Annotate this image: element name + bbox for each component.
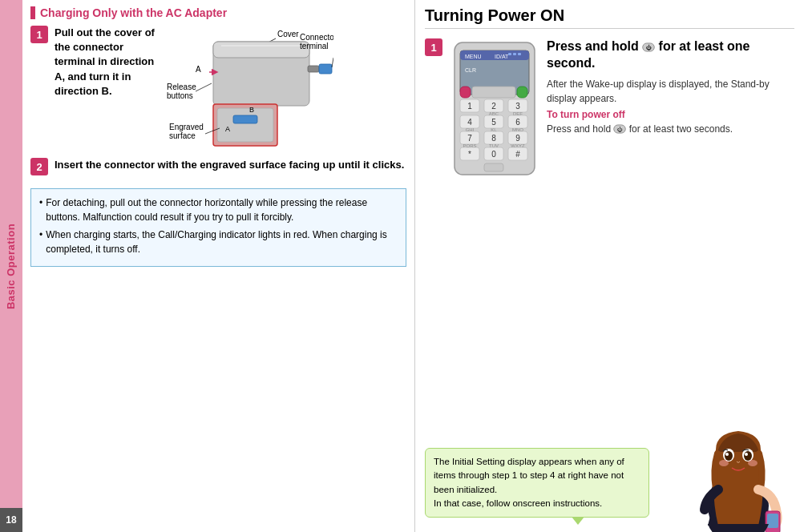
svg-text:⏻: ⏻ bbox=[646, 44, 652, 50]
svg-text:9: 9 bbox=[515, 134, 520, 143]
svg-point-83 bbox=[744, 451, 752, 461]
character-illustration bbox=[682, 365, 794, 526]
bullet-2: • bbox=[39, 228, 42, 256]
svg-point-82 bbox=[725, 451, 733, 461]
svg-text:terminal: terminal bbox=[300, 42, 329, 50]
page-number-area: 18 bbox=[0, 508, 22, 532]
svg-rect-20 bbox=[233, 115, 257, 123]
svg-text:surface: surface bbox=[169, 131, 196, 140]
speech-bubble-text: The Initial Setting display appears when… bbox=[434, 457, 624, 508]
right-step-1: 1 MENU ID/AT CLR bbox=[425, 38, 794, 181]
svg-text:5: 5 bbox=[491, 118, 496, 127]
right-section-title: Turning Power ON bbox=[425, 6, 794, 29]
bubble-tail bbox=[572, 517, 584, 525]
note-2-text: When charging starts, the Call/Charging … bbox=[46, 228, 398, 256]
svg-rect-67 bbox=[517, 87, 527, 98]
svg-text:CLR: CLR bbox=[465, 67, 476, 73]
svg-rect-68 bbox=[484, 163, 503, 171]
cover-label: Cover bbox=[277, 30, 299, 38]
svg-rect-9 bbox=[319, 64, 332, 74]
step-1-text: Pull out the cover of the connector term… bbox=[55, 26, 159, 99]
step-2-text: Insert the connector with the engraved s… bbox=[55, 158, 404, 175]
svg-text:7: 7 bbox=[467, 134, 472, 143]
svg-text:0: 0 bbox=[491, 150, 496, 159]
turn-power-off-text: Press and hold ⏻ for at least two second… bbox=[547, 122, 794, 136]
columns: Charging Only with the AC Adapter 1 Pull… bbox=[22, 0, 804, 532]
svg-point-85 bbox=[745, 453, 748, 456]
svg-text:Connector: Connector bbox=[300, 33, 333, 42]
note-1: • For detaching, pull out the connector … bbox=[39, 195, 398, 224]
main-content: Charging Only with the AC Adapter 1 Pull… bbox=[22, 0, 804, 532]
right-column: Turning Power ON 1 MENU ID/AT bbox=[415, 0, 804, 532]
svg-text:⏻: ⏻ bbox=[617, 127, 623, 132]
note-1-text: For detaching, pull out the connector ho… bbox=[46, 195, 398, 224]
svg-text:buttons: buttons bbox=[167, 91, 193, 100]
svg-point-86 bbox=[719, 460, 729, 466]
speech-bubble: The Initial Setting display appears when… bbox=[425, 448, 649, 518]
step-1-content: Pull out the cover of the connector term… bbox=[55, 26, 325, 150]
svg-point-87 bbox=[748, 460, 758, 466]
svg-text:3: 3 bbox=[515, 102, 520, 111]
power-button-icon: ⏻ bbox=[642, 42, 655, 53]
svg-text:4: 4 bbox=[467, 118, 472, 127]
character-area: The Initial Setting display appears when… bbox=[425, 365, 794, 526]
svg-rect-90 bbox=[767, 514, 778, 528]
svg-text:A: A bbox=[196, 65, 201, 74]
svg-rect-65 bbox=[472, 87, 515, 98]
connector-diagram: Cover A bbox=[165, 26, 325, 150]
note-2: • When charging starts, the Call/Chargin… bbox=[39, 228, 398, 256]
phone-svg: MENU ID/AT CLR 1 2 AB bbox=[450, 38, 539, 179]
svg-text:MENU: MENU bbox=[465, 54, 482, 59]
character-svg bbox=[682, 365, 794, 532]
step-2: 2 Insert the connector with the engraved… bbox=[30, 158, 406, 175]
svg-rect-66 bbox=[460, 87, 471, 98]
svg-text:ID/AT: ID/AT bbox=[495, 54, 509, 59]
svg-rect-2 bbox=[213, 42, 309, 58]
power-button-icon-2: ⏻ bbox=[613, 123, 626, 135]
left-section-title: Charging Only with the AC Adapter bbox=[30, 6, 406, 19]
svg-text:#: # bbox=[515, 150, 520, 159]
right-step-1-number: 1 bbox=[425, 38, 442, 56]
svg-rect-30 bbox=[508, 53, 511, 55]
page-number: 18 bbox=[6, 514, 16, 526]
svg-text:1: 1 bbox=[467, 102, 472, 111]
svg-text:Release: Release bbox=[167, 83, 196, 91]
ac-adapter-svg: Cover A bbox=[165, 26, 333, 154]
svg-line-10 bbox=[332, 58, 333, 67]
svg-text:Engraved: Engraved bbox=[169, 123, 204, 131]
svg-text:8: 8 bbox=[491, 134, 496, 143]
step-2-number: 2 bbox=[30, 158, 48, 175]
sidebar: Basic Operation 18 bbox=[0, 0, 22, 532]
svg-text:*: * bbox=[468, 150, 471, 159]
svg-rect-31 bbox=[513, 53, 516, 55]
left-column: Charging Only with the AC Adapter 1 Pull… bbox=[22, 0, 415, 532]
svg-text:6: 6 bbox=[515, 118, 520, 127]
turn-power-off-label: To turn power off bbox=[547, 109, 794, 120]
sidebar-label: Basic Operation bbox=[6, 223, 18, 308]
svg-rect-8 bbox=[308, 66, 319, 72]
step-1-heading: Press and hold ⏻ for at least one second… bbox=[547, 38, 794, 72]
step-1-desc: After the Wake-up display is displayed, … bbox=[547, 77, 794, 106]
svg-text:A: A bbox=[225, 125, 230, 133]
svg-text:B: B bbox=[249, 106, 254, 114]
phone-image-container: MENU ID/AT CLR 1 2 AB bbox=[450, 38, 539, 181]
bullet-1: • bbox=[39, 195, 42, 224]
step-1-number: 1 bbox=[30, 26, 48, 43]
steps-area: 1 Pull out the cover of the connector te… bbox=[30, 26, 406, 526]
svg-rect-32 bbox=[518, 53, 521, 55]
right-step-1-text: Press and hold ⏻ for at least one second… bbox=[547, 38, 794, 181]
svg-text:2: 2 bbox=[491, 102, 496, 111]
svg-line-15 bbox=[196, 83, 212, 91]
step-1: 1 Pull out the cover of the connector te… bbox=[30, 26, 406, 150]
svg-point-84 bbox=[725, 453, 729, 456]
notes-box: • For detaching, pull out the connector … bbox=[30, 188, 406, 267]
